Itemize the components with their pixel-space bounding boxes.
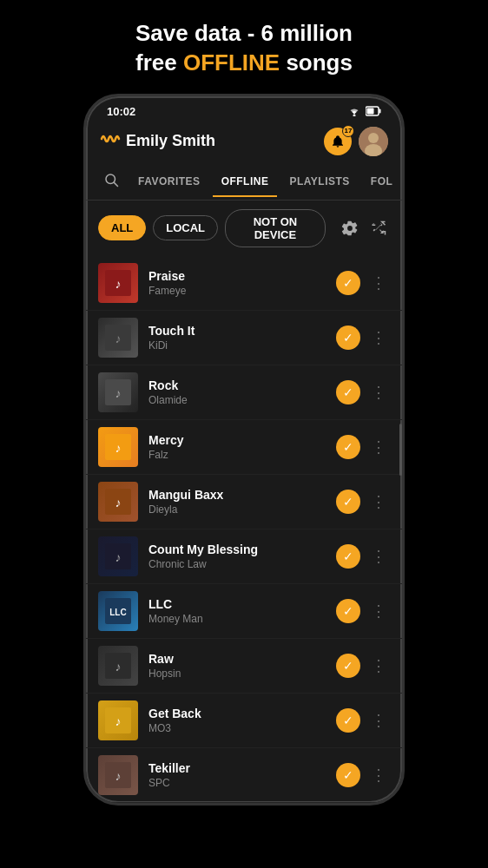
svg-text:♪: ♪ — [115, 332, 122, 345]
downloaded-check-tekiller[interactable]: ✓ — [336, 763, 360, 787]
song-item-getback[interactable]: ♪ Get Back MO3 ✓ ⋮ — [86, 694, 402, 748]
tab-playlists[interactable]: PLAYLISTS — [280, 167, 358, 196]
song-actions-touchit: ✓ ⋮ — [336, 325, 390, 351]
song-info-getback: Get Back MO3 — [148, 707, 326, 734]
song-title-mangui: Mangui Baxx — [148, 488, 326, 502]
downloaded-check-praise[interactable]: ✓ — [336, 271, 360, 295]
more-options-praise[interactable]: ⋮ — [367, 270, 390, 296]
song-thumb-raw: ♪ — [98, 646, 138, 686]
downloaded-check-raw[interactable]: ✓ — [336, 654, 360, 678]
song-title-raw: Raw — [148, 652, 326, 666]
bell-icon — [331, 135, 345, 148]
promo-header: Save data - 6 million free OFFLINE songs — [0, 0, 488, 94]
song-artist-mercy: Falz — [148, 449, 326, 461]
tab-fol[interactable]: FOL — [362, 167, 402, 196]
song-thumb-tekiller: ♪ — [98, 755, 138, 795]
more-options-touchit[interactable]: ⋮ — [367, 325, 390, 351]
user-avatar[interactable] — [359, 127, 388, 156]
downloaded-check-count[interactable]: ✓ — [336, 544, 360, 569]
song-artist-praise: Fameye — [148, 285, 326, 297]
more-options-count[interactable]: ⋮ — [367, 543, 390, 569]
downloaded-check-rock[interactable]: ✓ — [336, 380, 360, 404]
song-info-count: Count My Blessing Chronic Law — [148, 542, 326, 570]
song-thumb-mercy: ♪ — [98, 427, 138, 467]
header-offline-word: OFFLINE — [183, 49, 280, 76]
song-thumb-rock: ♪ — [98, 372, 138, 412]
more-options-getback[interactable]: ⋮ — [367, 707, 390, 733]
song-title-mercy: Mercy — [148, 433, 326, 447]
song-item-count[interactable]: ♪ Count My Blessing Chronic Law ✓ ⋮ — [86, 529, 402, 584]
song-actions-getback: ✓ ⋮ — [336, 707, 390, 733]
song-title-count: Count My Blessing — [148, 542, 326, 556]
song-item-llc[interactable]: LLC LLC Money Man ✓ ⋮ — [86, 584, 402, 639]
header-line2-prefix: free — [135, 49, 183, 76]
filter-local-button[interactable]: LOCAL — [153, 215, 218, 240]
song-item-praise[interactable]: ♪ Praise Fameye ✓ ⋮ — [86, 256, 402, 311]
filter-bar: ALL LOCAL NOT ON DEVICE — [86, 201, 402, 256]
song-info-mangui: Mangui Baxx Dieyla — [148, 488, 326, 516]
song-info-praise: Praise Fameye — [148, 269, 326, 297]
song-item-mangui[interactable]: ♪ Mangui Baxx Dieyla ✓ ⋮ — [86, 475, 402, 529]
downloaded-check-touchit[interactable]: ✓ — [336, 326, 360, 350]
svg-text:LLC: LLC — [109, 608, 126, 617]
song-info-raw: Raw Hopsin — [148, 652, 326, 680]
more-options-mangui[interactable]: ⋮ — [367, 489, 390, 515]
tab-bar: FAVORITES OFFLINE PLAYLISTS FOL — [86, 163, 402, 201]
song-title-tekiller: Tekiller — [148, 761, 326, 775]
song-actions-llc: ✓ ⋮ — [336, 598, 390, 624]
song-actions-mercy: ✓ ⋮ — [336, 434, 390, 460]
song-title-praise: Praise — [148, 269, 326, 283]
more-options-raw[interactable]: ⋮ — [367, 653, 390, 679]
phone-frame: 10:02 Emily Smith — [83, 94, 405, 806]
song-actions-mangui: ✓ ⋮ — [336, 489, 390, 515]
song-artist-llc: Money Man — [148, 613, 326, 625]
downloaded-check-getback[interactable]: ✓ — [336, 708, 360, 733]
song-actions-count: ✓ ⋮ — [336, 543, 390, 569]
more-options-tekiller[interactable]: ⋮ — [367, 762, 390, 788]
svg-line-8 — [114, 182, 117, 186]
wifi-icon — [347, 106, 361, 116]
more-options-rock[interactable]: ⋮ — [367, 379, 390, 405]
shuffle-icon[interactable] — [368, 215, 390, 241]
downloaded-check-mangui[interactable]: ✓ — [336, 490, 360, 514]
song-title-rock: Rock — [148, 378, 326, 392]
tab-offline[interactable]: OFFLINE — [213, 167, 278, 196]
more-options-llc[interactable]: ⋮ — [367, 598, 390, 624]
downloaded-check-llc[interactable]: ✓ — [336, 599, 360, 623]
song-artist-rock: Olamide — [148, 394, 326, 406]
song-actions-rock: ✓ ⋮ — [336, 379, 390, 405]
tab-search[interactable] — [96, 163, 126, 200]
downloaded-check-mercy[interactable]: ✓ — [336, 435, 360, 459]
header-line1: Save data - 6 million — [135, 20, 353, 46]
song-title-touchit: Touch It — [148, 324, 326, 338]
svg-point-0 — [353, 115, 356, 117]
song-thumb-praise: ♪ — [98, 263, 138, 303]
song-actions-praise: ✓ ⋮ — [336, 270, 390, 296]
notifications-button[interactable]: 17 — [324, 128, 352, 155]
nav-icons: 17 — [324, 127, 388, 156]
song-item-touchit[interactable]: ♪ Touch It KiDi ✓ ⋮ — [86, 311, 402, 365]
app-logo-icon — [100, 130, 121, 152]
song-list: ♪ Praise Fameye ✓ ⋮ ♪ Touch It KiDi ✓ ⋮ — [86, 256, 402, 803]
song-item-tekiller[interactable]: ♪ Tekiller SPC ✓ ⋮ — [86, 748, 402, 803]
more-options-mercy[interactable]: ⋮ — [367, 434, 390, 460]
song-item-rock[interactable]: ♪ Rock Olamide ✓ ⋮ — [86, 365, 402, 420]
tab-favorites[interactable]: FAVORITES — [129, 167, 209, 196]
status-icons — [347, 106, 381, 116]
status-bar: 10:02 — [86, 96, 402, 123]
svg-text:♪: ♪ — [115, 496, 122, 510]
svg-text:♪: ♪ — [115, 769, 122, 783]
filter-all-button[interactable]: ALL — [98, 215, 146, 240]
settings-gear-icon[interactable] — [340, 215, 361, 241]
svg-text:♪: ♪ — [115, 277, 122, 291]
song-artist-mangui: Dieyla — [148, 503, 326, 516]
notif-badge: 17 — [342, 125, 354, 137]
svg-text:♪: ♪ — [115, 714, 122, 728]
header-line2-suffix: songs — [280, 49, 353, 76]
svg-rect-2 — [379, 109, 381, 114]
filter-not-on-device-button[interactable]: NOT ON DEVICE — [225, 209, 326, 247]
song-info-rock: Rock Olamide — [148, 378, 326, 406]
song-item-raw[interactable]: ♪ Raw Hopsin ✓ ⋮ — [86, 639, 402, 694]
song-item-mercy[interactable]: ♪ Mercy Falz ✓ ⋮ — [86, 420, 402, 475]
song-artist-tekiller: SPC — [148, 777, 326, 789]
